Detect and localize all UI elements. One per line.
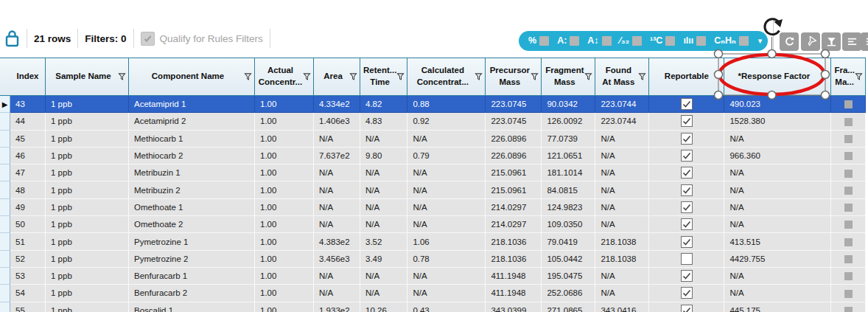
- cell-rt[interactable]: N/A: [360, 181, 407, 198]
- cell-area[interactable]: 7.637e2: [314, 148, 360, 164]
- cell-found[interactable]: N/A: [595, 216, 649, 233]
- reportable-checkbox[interactable]: [681, 236, 693, 248]
- cell-rt[interactable]: N/A: [360, 199, 407, 216]
- filter-funnel-button[interactable]: [801, 32, 820, 51]
- row-selector[interactable]: [0, 113, 10, 130]
- cell-fragment[interactable]: 77.0739: [542, 131, 595, 148]
- row-selector[interactable]: [0, 216, 10, 233]
- cell-actual[interactable]: 1.00: [255, 199, 314, 216]
- cell-response[interactable]: 490.023: [724, 96, 831, 113]
- table-row[interactable]: 521 ppbPymetrozine 21.003.456e33.490.782…: [0, 251, 866, 268]
- cell-found[interactable]: N/A: [595, 131, 649, 148]
- table-row[interactable]: 511 ppbPymetrozine 11.004.383e23.521.062…: [0, 233, 866, 250]
- cell-fragment[interactable]: 124.9823: [542, 199, 595, 216]
- cell-reportable[interactable]: [649, 164, 724, 181]
- cell-found[interactable]: N/A: [595, 285, 649, 302]
- reportable-checkbox[interactable]: [681, 150, 693, 162]
- cell-found[interactable]: N/A: [595, 148, 649, 164]
- cell-rt[interactable]: N/A: [360, 216, 407, 233]
- row-selector[interactable]: ▶: [0, 96, 10, 113]
- cell-area[interactable]: N/A: [314, 268, 360, 285]
- percent-tolerance-icon[interactable]: %: [528, 36, 549, 46]
- fraction-tolerance-icon[interactable]: ⁄₃₂: [620, 36, 642, 46]
- cell-area[interactable]: N/A: [314, 181, 360, 198]
- cell-response[interactable]: N/A: [724, 285, 831, 302]
- cell-fragment[interactable]: 252.0686: [542, 285, 595, 302]
- reportable-checkbox[interactable]: [681, 133, 693, 145]
- cell-precursor[interactable]: 411.1948: [486, 268, 542, 285]
- cell-found[interactable]: N/A: [595, 164, 649, 181]
- row-selector[interactable]: [0, 268, 10, 285]
- cell-calc[interactable]: 0.88: [407, 96, 486, 113]
- cell-calc[interactable]: 0.78: [407, 251, 486, 268]
- reportable-checkbox[interactable]: [681, 218, 693, 230]
- filter-icon[interactable]: [118, 73, 126, 81]
- cell-area[interactable]: N/A: [314, 285, 360, 302]
- table-row[interactable]: 541 ppbBenfuracarb 21.00N/AN/AN/A411.194…: [0, 285, 866, 302]
- cell-sample[interactable]: 1 ppb: [46, 285, 129, 302]
- cell-sample[interactable]: 1 ppb: [46, 251, 129, 268]
- cell-rt[interactable]: N/A: [360, 131, 407, 148]
- reportable-checkbox[interactable]: [681, 184, 693, 196]
- cell-component[interactable]: Benfuracarb 1: [129, 268, 255, 285]
- cell-frag_match[interactable]: [831, 96, 865, 113]
- filter-icon[interactable]: [303, 73, 311, 81]
- cell-response[interactable]: N/A: [724, 181, 831, 198]
- cell-area[interactable]: 1.933e2: [314, 302, 360, 312]
- cell-index[interactable]: 45: [10, 131, 46, 148]
- cell-frag_match[interactable]: [831, 113, 865, 130]
- cell-reportable[interactable]: [649, 285, 724, 302]
- row-selector[interactable]: [0, 285, 10, 302]
- cell-index[interactable]: 49: [10, 199, 46, 216]
- cell-precursor[interactable]: 218.1036: [486, 233, 542, 250]
- cell-index[interactable]: 52: [10, 251, 46, 268]
- mass-accuracy-mda-icon[interactable]: A↕: [587, 36, 611, 46]
- cell-rt[interactable]: 3.49: [360, 251, 407, 268]
- cell-frag_match[interactable]: [831, 131, 865, 148]
- cell-fragment[interactable]: 109.0350: [542, 216, 595, 233]
- cell-index[interactable]: 51: [10, 233, 46, 250]
- column-header-rt[interactable]: Retent... Time: [360, 58, 407, 96]
- more-list-button[interactable]: [861, 32, 868, 51]
- filter-icon[interactable]: [584, 73, 592, 81]
- cell-actual[interactable]: 1.00: [255, 285, 314, 302]
- column-header-found[interactable]: Found At Mass: [595, 58, 649, 96]
- cell-response[interactable]: N/A: [724, 164, 831, 181]
- cell-sample[interactable]: 1 ppb: [46, 199, 129, 216]
- table-row[interactable]: 501 ppbOmethoate 21.00N/AN/AN/A214.02971…: [0, 216, 866, 233]
- filter-icon[interactable]: [531, 73, 539, 81]
- cell-calc[interactable]: N/A: [407, 268, 486, 285]
- cell-precursor[interactable]: 214.0297: [486, 199, 542, 216]
- cell-calc[interactable]: 0.79: [407, 148, 486, 164]
- cell-response[interactable]: N/A: [724, 131, 831, 148]
- cell-rt[interactable]: 4.82: [360, 96, 407, 113]
- filter-list-button[interactable]: [842, 32, 861, 51]
- cell-precursor[interactable]: 214.0297: [486, 216, 542, 233]
- cell-sample[interactable]: 1 ppb: [46, 216, 129, 233]
- reportable-checkbox[interactable]: [681, 167, 693, 178]
- cell-found[interactable]: N/A: [595, 199, 649, 216]
- cell-reportable[interactable]: [649, 113, 724, 130]
- cell-sample[interactable]: 1 ppb: [46, 148, 129, 164]
- cell-sample[interactable]: 1 ppb: [46, 233, 129, 250]
- cell-component[interactable]: Pymetrozine 2: [129, 251, 255, 268]
- cell-actual[interactable]: 1.00: [255, 113, 314, 130]
- elemental-composition-icon[interactable]: CₙHₙ: [714, 36, 748, 46]
- cell-frag_match[interactable]: [831, 302, 865, 312]
- cell-fragment[interactable]: 84.0815: [542, 181, 595, 198]
- cell-actual[interactable]: 1.00: [255, 268, 314, 285]
- cell-found[interactable]: N/A: [595, 181, 649, 198]
- table-row[interactable]: 441 ppbAcetamiprid 21.001.406e34.830.922…: [0, 113, 866, 130]
- cell-rt[interactable]: 4.83: [360, 113, 407, 130]
- cell-index[interactable]: 46: [10, 148, 46, 164]
- cell-rt[interactable]: 3.52: [360, 233, 407, 250]
- cell-calc[interactable]: N/A: [407, 285, 486, 302]
- cell-calc[interactable]: 0.92: [407, 113, 486, 130]
- cell-found[interactable]: 218.1038: [595, 233, 649, 250]
- cell-area[interactable]: N/A: [314, 216, 360, 233]
- reportable-checkbox[interactable]: [681, 201, 693, 213]
- cell-fragment[interactable]: 105.0442: [542, 251, 595, 268]
- cell-frag_match[interactable]: [831, 233, 865, 250]
- row-selector[interactable]: [0, 251, 10, 268]
- cell-frag_match[interactable]: [831, 164, 865, 181]
